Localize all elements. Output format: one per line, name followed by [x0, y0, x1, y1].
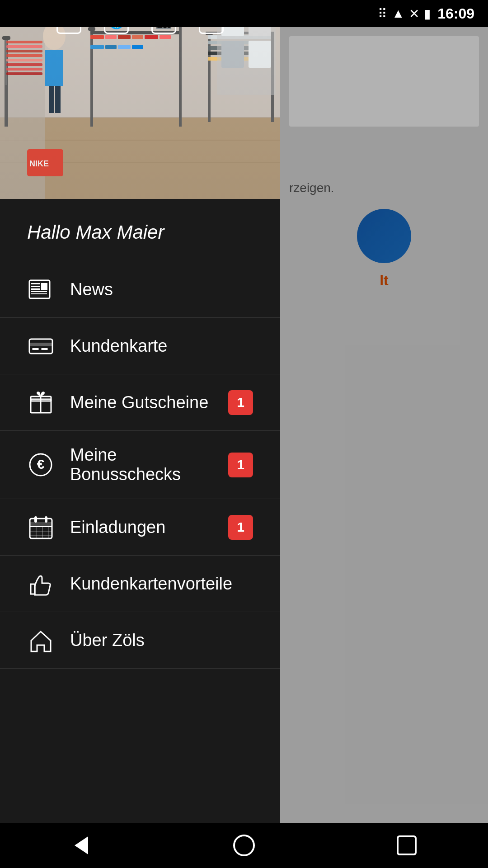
card-icon: [27, 332, 54, 359]
svg-marker-79: [75, 836, 88, 854]
svg-rect-57: [31, 291, 47, 292]
overlay-dim[interactable]: [280, 0, 488, 868]
news-label: News: [70, 280, 253, 299]
signal-icon: ▲: [392, 6, 404, 21]
menu-item-uber-zols[interactable]: Über Zöls: [0, 612, 280, 669]
status-icons: ⠿ ▲ ✕ ▮: [378, 6, 431, 21]
menu-item-news[interactable]: News: [0, 261, 280, 318]
einladungen-badge: 1: [228, 515, 253, 540]
greeting-text: Hallo Max Maier: [0, 199, 280, 261]
home-button[interactable]: [226, 827, 262, 863]
menu-item-bonusschecks[interactable]: € Meine Bonusschecks 1: [0, 431, 280, 499]
back-button[interactable]: [63, 827, 99, 863]
menu-item-gutscheine[interactable]: Meine Gutscheine 1: [0, 374, 280, 431]
svg-rect-81: [398, 836, 416, 854]
svg-text:€: €: [37, 457, 44, 472]
svg-rect-61: [29, 343, 52, 346]
svg-rect-55: [31, 286, 40, 287]
svg-rect-77: [34, 516, 37, 523]
vibrate-icon: ⠿: [378, 6, 387, 21]
menu-item-einladungen[interactable]: Einladungen 1: [0, 499, 280, 556]
svg-rect-56: [31, 288, 40, 290]
status-time: 16:09: [437, 5, 474, 22]
overview-button[interactable]: [389, 827, 425, 863]
menu-item-vorteile[interactable]: Kundenkartenvorteile: [0, 556, 280, 612]
vorteile-label: Kundenkartenvorteile: [70, 574, 253, 594]
svg-rect-63: [41, 348, 48, 350]
home-icon: [27, 627, 54, 654]
main-container: NIKE ✉ 🌐 📷: [0, 0, 488, 868]
menu-item-kundenkarte[interactable]: Kundenkarte: [0, 318, 280, 374]
svg-rect-62: [32, 348, 39, 350]
x-signal-icon: ✕: [409, 6, 419, 21]
nav-bar: [0, 823, 488, 868]
gutscheine-badge: 1: [228, 390, 253, 415]
svg-point-80: [234, 835, 254, 855]
svg-rect-70: [30, 522, 52, 527]
battery-icon: ▮: [424, 6, 431, 21]
gift-icon: [27, 389, 54, 416]
newspaper-icon: [27, 276, 54, 303]
thumbsup-icon: [27, 570, 54, 597]
menu-list: News Kundenkarte: [0, 261, 280, 868]
euro-icon: €: [27, 451, 54, 478]
store-image: NIKE ✉ 🌐 📷: [0, 0, 280, 199]
bonusschecks-badge: 1: [228, 453, 253, 477]
sidebar: NIKE ✉ 🌐 📷: [0, 0, 280, 868]
svg-rect-58: [31, 293, 47, 294]
svg-rect-54: [31, 283, 40, 284]
calendar-icon: [27, 514, 54, 541]
svg-rect-78: [45, 516, 47, 523]
bonusschecks-label: Meine Bonusschecks: [70, 445, 228, 484]
kundenkarte-label: Kundenkarte: [70, 336, 253, 356]
right-panel: rzeigen. lt: [280, 0, 488, 868]
einladungen-label: Einladungen: [70, 518, 228, 537]
svg-rect-59: [41, 283, 47, 290]
status-bar: ⠿ ▲ ✕ ▮ 16:09: [0, 0, 488, 27]
uber-zols-label: Über Zöls: [70, 631, 253, 650]
gutscheine-label: Meine Gutscheine: [70, 393, 228, 412]
